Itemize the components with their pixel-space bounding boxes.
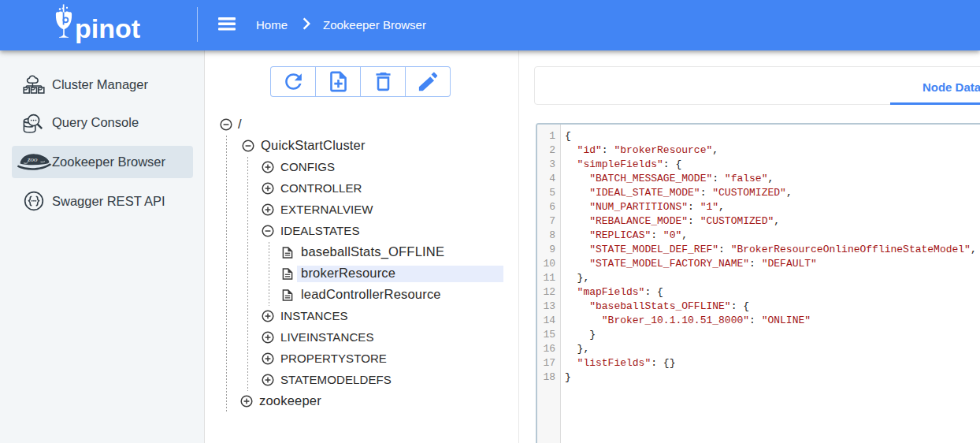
svg-text:zoo: zoo bbox=[27, 155, 38, 163]
